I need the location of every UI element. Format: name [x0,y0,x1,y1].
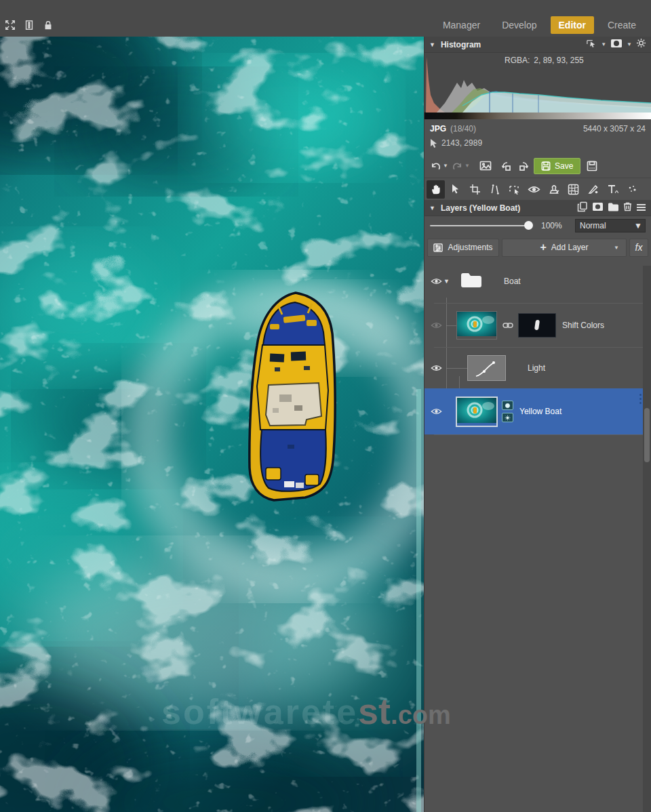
save-button-label: Save [555,161,573,171]
layer-name: Yellow Boat [519,407,561,416]
rgba-label: RGBA: [505,56,530,65]
rgba-readout: RGBA:2, 89, 93, 255 [505,56,584,65]
mask-badge-icon[interactable] [502,401,513,410]
undo-button[interactable] [428,158,443,174]
adjustment-badge-icon[interactable] [502,413,513,422]
move-select-tool[interactable] [446,180,465,199]
add-layer-button[interactable]: + Add Layer ▼ [502,239,627,257]
undo-dropdown-caret[interactable]: ▼ [443,163,450,169]
layer-effects-fx-button[interactable]: fx [629,239,648,257]
new-group-folder-icon[interactable] [608,202,619,214]
layer-mask-thumbnail [518,313,556,338]
redo-button[interactable] [450,158,465,174]
rotate-right-button[interactable] [515,158,530,174]
sample-cursor-icon[interactable] [586,39,597,51]
add-layer-label: Add Layer [551,243,589,252]
visibility-eye-icon-hidden[interactable] [429,321,443,329]
mode-tabs: Manager Develop Editor Create [435,16,644,34]
channel-display-icon[interactable] [610,39,623,51]
layers-title: Layers (Yellow Boat) [441,203,520,213]
opacity-value: 100% [541,221,568,230]
tab-manager[interactable]: Manager [435,16,488,34]
opacity-slider[interactable] [430,225,532,226]
yellow-boat-subject [225,275,361,519]
layer-row-boat[interactable]: ▼ Boat [425,260,651,303]
sample-dropdown-caret[interactable]: ▼ [601,41,606,47]
visibility-eye-icon[interactable] [429,364,443,372]
tools-toolbar [425,178,651,200]
group-folder-icon [460,271,483,291]
layer-name: Shift Colors [562,321,604,330]
lock-icon[interactable] [42,19,54,31]
layer-buttons-row: Adjustments + Add Layer ▼ fx [425,235,651,260]
liquify-mesh-tool[interactable] [564,180,583,199]
layer-row-light[interactable]: Light [425,347,651,388]
fx-label: fx [635,242,643,253]
save-as-button[interactable] [585,158,599,174]
rotate-left-button[interactable] [500,158,515,174]
selection-marquee-tool[interactable] [505,180,524,199]
panel-scrollbar[interactable] [643,266,651,812]
tab-develop[interactable]: Develop [494,16,545,34]
clone-stamp-tool[interactable] [545,180,563,199]
row-separator [434,434,643,435]
tab-editor[interactable]: Editor [551,16,594,34]
magic-effects-tool[interactable] [623,180,642,199]
cursor-icon [430,139,437,148]
layer-thumbnail [456,311,497,340]
deform-lines-tool[interactable] [486,180,504,199]
panel-layout-icon[interactable] [23,19,35,31]
histogram-settings-gear-icon[interactable] [636,38,646,51]
histogram-header: ▼ Histogram ▼ ▼ [425,37,651,53]
layers-collapse-caret-icon[interactable]: ▼ [429,205,435,211]
layer-opacity-row: 100% Normal ▼ [425,216,651,235]
layer-row-yellow-boat-selected[interactable]: Yellow Boat [425,388,651,434]
opacity-slider-knob[interactable] [524,221,533,230]
right-panel: ▼ Histogram ▼ ▼ [424,37,651,812]
curve-layer-thumbnail [467,355,506,381]
export-image-icon[interactable] [478,158,493,174]
image-dimensions: 5440 x 3057 x 24 [583,124,646,134]
text-tool[interactable] [604,180,622,199]
top-bar: Manager Develop Editor Create [0,0,651,37]
blend-mode-caret: ▼ [634,221,641,230]
crop-tool[interactable] [466,180,484,199]
rgba-value: 2, 89, 93, 255 [534,56,583,65]
histogram-title: Histogram [441,40,481,49]
add-mask-icon[interactable] [592,202,604,214]
panel-scrollbar-thumb[interactable] [644,408,650,462]
layer-mask-link-icon[interactable] [502,319,513,331]
tonal-gradient-strip [425,113,651,119]
visibility-eye-icon[interactable] [429,407,443,415]
file-index: (18/40) [450,124,476,134]
image-canvas[interactable] [0,37,424,812]
redo-dropdown-caret[interactable]: ▼ [465,163,471,169]
histogram-plot: RGBA:2, 89, 93, 255 [425,53,651,113]
delete-layer-trash-icon[interactable] [623,201,632,214]
layers-menu-icon[interactable] [636,202,646,214]
retouch-brush-tool[interactable] [584,180,602,199]
cursor-position: 2143, 2989 [441,138,482,148]
red-eye-tool[interactable] [525,180,543,199]
layer-thumbnail-selected [456,397,498,427]
collapse-caret-icon[interactable]: ▼ [429,41,435,48]
photo-editor-window: Manager Develop Editor Create [0,0,651,812]
hand-pan-tool[interactable] [427,180,445,199]
file-info-row: JPG (18/40) 5440 x 3057 x 24 [425,121,651,136]
adjustments-button[interactable]: Adjustments [427,239,499,257]
group-expander-caret[interactable]: ▼ [443,278,450,285]
layers-list: ▼ Boat [425,260,651,434]
add-layer-caret[interactable]: ▼ [614,245,620,251]
layer-row-shift-colors[interactable]: Shift Colors [425,303,651,347]
layer-name: Boat [504,277,521,286]
blend-mode-dropdown[interactable]: Normal ▼ [575,219,646,232]
layer-drag-grip[interactable] [639,394,642,404]
blend-mode-value: Normal [580,221,606,230]
channel-dropdown-caret[interactable]: ▼ [627,41,632,47]
duplicate-layer-icon[interactable] [577,201,588,215]
save-button[interactable]: Save [534,158,580,174]
fullscreen-icon[interactable] [4,19,16,31]
cursor-coordinates-row: 2143, 2989 [425,136,651,150]
tab-create[interactable]: Create [599,16,644,34]
visibility-eye-icon[interactable] [429,277,443,285]
